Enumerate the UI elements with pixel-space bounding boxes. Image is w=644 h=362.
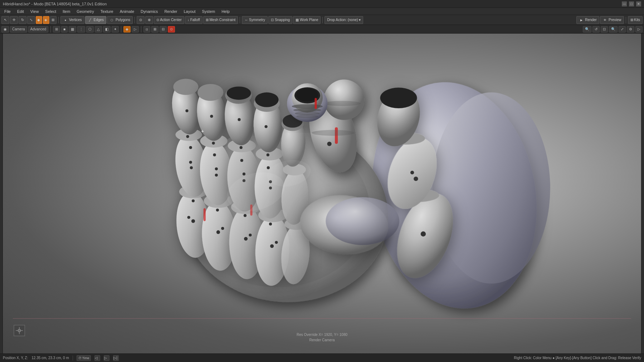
view-mode2-btn[interactable]: ▷ [132,26,139,33]
svg-point-31 [212,142,215,144]
scale-tool-btn[interactable]: ⤡ [27,16,35,24]
texture-btn[interactable]: ▦ [69,26,76,33]
svg-point-40 [249,234,252,237]
frame-prev-btn[interactable]: ◁ [94,355,100,361]
zoom-btn[interactable]: 🔍 [609,26,618,33]
maximize-viewport-btn[interactable]: ⤢ [619,26,626,33]
svg-point-55 [270,244,274,248]
kits-btn[interactable]: ⊞ Kits [628,16,643,24]
menu-geometry[interactable]: Geometry [74,9,97,14]
polygons-mode-btn[interactable]: Polygons [107,16,133,24]
menu-animate[interactable]: Animate [117,9,137,14]
separator-2 [135,17,135,23]
render-icon [579,18,584,23]
sub-sep-3 [141,26,141,33]
render-btn[interactable]: Render [576,16,599,24]
svg-point-10 [173,79,198,95]
menu-item[interactable]: Item [60,9,73,14]
position-label: Position X, Y, Z: [3,356,28,360]
fit-btn[interactable]: ⊡ [601,26,608,33]
viewport-3d[interactable]: Res Override X= 1920, Y= 1080 Render Cam… [3,34,641,353]
camera-selector-btn[interactable]: Camera [10,26,27,33]
camera-label: Camera [12,27,25,31]
select-tool-btn[interactable]: ↖ [1,16,9,24]
rotate-tool-btn[interactable]: ↻ [19,16,26,24]
menu-render[interactable]: Render [161,9,180,14]
snapshot-btn[interactable]: ⊠ [151,26,158,33]
svg-rect-76 [204,208,206,221]
status-sep-1 [73,356,73,361]
svg-point-94 [414,177,418,181]
iso-btn[interactable]: ⬡ [86,26,94,33]
vertices-mode-btn[interactable]: Vertices [60,16,84,24]
symmetry-btn[interactable]: ↔ Symmetry [242,16,268,24]
light-btn[interactable]: ✦ [112,26,119,33]
preview-btn[interactable]: Preview [600,16,624,24]
item-mode-btn[interactable]: ◆ [36,16,42,24]
refresh-btn[interactable]: ↺ [592,26,600,33]
svg-point-28 [215,174,218,177]
menu-help[interactable]: Help [219,9,233,14]
wireframe-btn[interactable]: ⊞ [53,26,60,33]
svg-point-46 [238,118,240,121]
time-icon: ⏱ [78,356,82,360]
transform-btn[interactable]: ⊞ [50,16,57,24]
advanced-btn[interactable]: Advanced [28,26,48,33]
left-panel [0,34,3,353]
camera-icon-btn[interactable] [143,26,150,33]
mesh-constraint-btn[interactable]: ⊞ Mesh Constraint [203,16,238,24]
edges-label: Edges [94,18,104,22]
close-button[interactable]: ✕ [636,1,641,6]
record-btn[interactable]: ⊙ [168,26,175,33]
menu-edit[interactable]: Edit [14,9,27,14]
status-right-area: Right Click: Color Menu ● [Any Key]-[Any… [514,356,641,360]
sub-sep-2 [121,26,121,33]
separator-3 [240,17,240,23]
film-btn[interactable]: ⊟ [160,26,167,33]
component-mode-btn[interactable]: ◈ [43,16,49,24]
menu-texture[interactable]: Texture [98,9,116,14]
play-btn[interactable]: ▷ [104,355,109,361]
menu-dynamics[interactable]: Dynamics [138,9,161,14]
svg-point-105 [18,329,21,332]
edges-mode-btn[interactable]: Edges [85,16,106,24]
svg-point-32 [210,115,213,118]
separator-1 [58,17,59,23]
svg-point-2 [433,93,550,284]
svg-point-13 [192,199,195,202]
snapping-btn[interactable]: ⊡ Snapping [268,16,292,24]
grid-btn[interactable]: ⋮ [77,26,85,33]
minimize-button[interactable]: — [622,1,627,6]
svg-point-25 [216,230,220,234]
svg-point-26 [221,227,224,230]
shade-btn[interactable]: ◧ [103,26,111,33]
time-mode-btn[interactable]: ⏱ Time [77,355,91,361]
menu-file[interactable]: File [1,9,14,14]
maximize-button[interactable]: □ [629,1,634,6]
falloff-btn[interactable]: ↓ Falloff [185,16,203,24]
panel-toggle-btn[interactable]: ◉ [1,26,9,33]
settings-btn[interactable]: ⚙ [627,26,634,33]
drop-action-none-btn[interactable]: Drop Action: (none) ▾ [325,16,363,24]
menu-system[interactable]: System [199,9,218,14]
expand-btn[interactable]: ▷ [635,26,643,33]
active-mode-btn[interactable]: ◆ [123,26,131,33]
res-text: Res Override X= 1920, Y= 1080 [297,333,347,337]
frame-next-btn[interactable]: ▷| [113,355,119,361]
svg-point-43 [243,173,245,175]
svg-rect-86 [314,98,317,109]
work-plane-btn[interactable]: ▦ Work Plane [293,16,321,24]
svg-point-17 [186,135,189,138]
action-center-btn[interactable]: ⊙ Action Center [154,16,184,24]
search-viewport-btn[interactable]: 🔍 [583,26,591,33]
drop-action-btn[interactable]: ⊕ [145,16,153,24]
menu-select[interactable]: Select [42,9,59,14]
sym-btn[interactable]: ⊙ [137,16,145,24]
svg-point-56 [275,241,278,244]
persp-btn[interactable]: △ [95,26,102,33]
menu-view[interactable]: View [28,9,42,14]
move-tool-btn[interactable]: ✛ [10,16,18,24]
solid-btn[interactable]: ■ [61,26,68,33]
menu-layout[interactable]: Layout [181,9,198,14]
svg-point-16 [189,146,192,149]
